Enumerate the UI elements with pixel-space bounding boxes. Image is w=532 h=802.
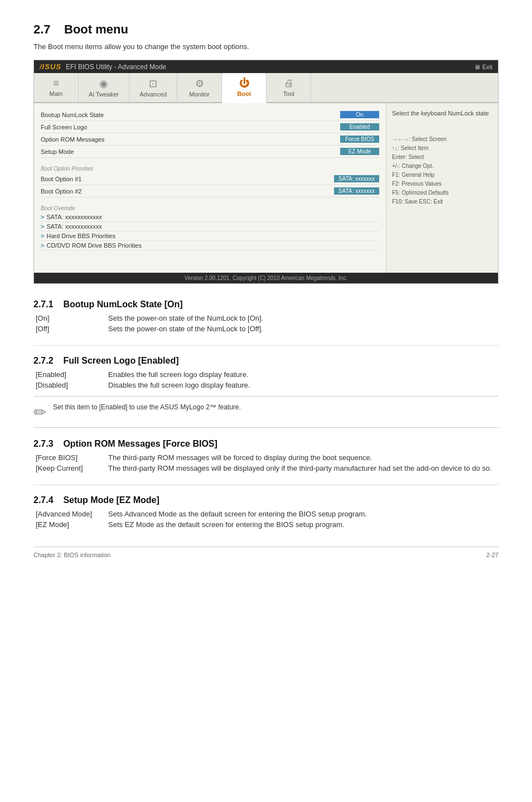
numlock-value: On	[340, 111, 379, 118]
fullscreen-label: Full Screen Logo	[41, 124, 340, 131]
desc-disabled: Disables the full screen logo display fe…	[106, 380, 499, 390]
boot-option-2[interactable]: Boot Option #2 SATA: xxxxxxx	[41, 185, 379, 197]
arrow-icon-2: >	[41, 223, 44, 230]
bios-ui: /ISUS EFI BIOS Utility - Advanced Mode 🖥…	[33, 60, 499, 284]
main-icon: ≡	[53, 78, 59, 89]
advanced-icon: ⊡	[149, 78, 157, 90]
table-row: [Off] Sets the power-on state of the Num…	[33, 323, 499, 334]
nav-advanced-label: Advanced	[139, 91, 167, 98]
subsection-2-7-4-table: [Advanced Mode] Sets Advanced Mode as th…	[33, 509, 499, 530]
key-enabled: [Enabled]	[33, 369, 106, 380]
boot-priorities-section: Boot Option Priorities Boot Option #1 SA…	[41, 162, 379, 197]
override-label-1: SATA: xxxxxxxxxxxx	[46, 214, 101, 220]
boot-priorities-label: Boot Option Priorities	[41, 162, 379, 173]
table-row: [EZ Mode] Sets EZ Mode as the default sc…	[33, 519, 499, 530]
boot-option-2-value: SATA: xxxxxxx	[334, 187, 379, 195]
table-row: [On] Sets the power-on state of the NumL…	[33, 313, 499, 323]
footer-right: 2-27	[486, 552, 499, 558]
numlock-label: Bootup NumLock State	[41, 112, 340, 118]
option-numlock[interactable]: Bootup NumLock State On	[41, 109, 379, 121]
key-advanced-mode: [Advanced Mode]	[33, 509, 106, 519]
subsection-2-7-4-title-text: Setup Mode [EZ Mode]	[63, 495, 159, 505]
desc-advanced-mode: Sets Advanced Mode as the default screen…	[106, 509, 499, 519]
nav-ai-tweaker-label: Ai Tweaker	[89, 91, 119, 98]
keybinding-7: F5: Optimized Defaults	[392, 189, 492, 197]
boot-option-1-value: SATA: xxxxxxx	[334, 175, 379, 182]
desc-keep-current: The third-party ROM messages will be dis…	[106, 463, 499, 474]
subsection-2-7-4-number: 2.7.4	[33, 495, 54, 505]
key-keep-current: [Keep Current]	[33, 463, 106, 474]
keybinding-5: F1: General Help	[392, 171, 492, 180]
key-off: [Off]	[33, 323, 106, 334]
monitor-icon: ⚙	[195, 78, 204, 90]
override-label-4: CD/DVD ROM Drive BBS Priorities	[46, 242, 142, 249]
asus-logo: /ISUS	[40, 62, 61, 71]
subsection-2-7-2-title: 2.7.2 Full Screen Logo [Enabled]	[33, 356, 499, 366]
override-item-4[interactable]: > CD/DVD ROM Drive BBS Priorities	[41, 241, 379, 250]
keybinding-8: F10: Save ESC: Exit	[392, 197, 492, 206]
nav-main[interactable]: ≡ Main	[34, 73, 79, 102]
boot-icon: ⏻	[239, 78, 249, 89]
exit-icon: 🖥	[474, 64, 480, 70]
nav-advanced[interactable]: ⊡ Advanced	[129, 73, 177, 102]
desc-enabled: Enables the full screen logo display fea…	[106, 369, 499, 380]
rom-messages-value: Force BIOS	[340, 136, 379, 143]
key-force-bios: [Force BIOS]	[33, 452, 106, 463]
nav-monitor[interactable]: ⚙ Monitor	[177, 73, 222, 102]
override-label-3: Hard Drive BBS Priorities	[46, 233, 115, 239]
arrow-icon-3: >	[41, 233, 44, 239]
option-fullscreen[interactable]: Full Screen Logo Enabled	[41, 121, 379, 133]
subsection-2-7-1-title: 2.7.1 Bootup NumLock State [On]	[33, 299, 499, 310]
note-text-2-7-2: Set this item to [Enabled] to use the AS…	[53, 402, 241, 412]
tool-icon: 🖨	[284, 78, 294, 89]
option-rom-messages[interactable]: Option ROM Messages Force BIOS	[41, 133, 379, 146]
subsection-2-7-2-number: 2.7.2	[33, 356, 54, 365]
keybinding-2: ↑↓: Select Item	[392, 144, 492, 153]
bios-header: /ISUS EFI BIOS Utility - Advanced Mode 🖥…	[34, 60, 498, 73]
keybinding-6: F2: Previous Values	[392, 180, 492, 189]
subsection-2-7-1-table: [On] Sets the power-on state of the NumL…	[33, 313, 499, 334]
bios-keybindings: →←→: Select Screen ↑↓: Select Item Enter…	[392, 135, 492, 206]
bios-sidebar: Select the keyboard NumLock state →←→: S…	[386, 103, 498, 273]
subsection-2-7-2: 2.7.2 Full Screen Logo [Enabled] [Enable…	[33, 356, 499, 428]
setup-mode-label: Setup Mode	[41, 148, 340, 155]
desc-ez-mode: Sets EZ Mode as the default screen for e…	[106, 519, 499, 530]
divider-2	[33, 485, 499, 485]
section-title-text: Boot menu	[64, 22, 128, 36]
nav-main-label: Main	[50, 90, 63, 97]
nav-boot[interactable]: ⏻ Boot	[222, 73, 267, 103]
bios-exit-button[interactable]: 🖥 Exit	[474, 64, 492, 70]
keybinding-1: →←→: Select Screen	[392, 135, 492, 144]
subsection-2-7-4: 2.7.4 Setup Mode [EZ Mode] [Advanced Mod…	[33, 495, 499, 530]
nav-tool[interactable]: 🖨 Tool	[267, 73, 311, 102]
override-item-2[interactable]: > SATA: xxxxxxxxxxxx	[41, 222, 379, 231]
page-container: 2.7 Boot menu The Boot menu items allow …	[0, 0, 532, 581]
bios-nav: ≡ Main ◉ Ai Tweaker ⊡ Advanced ⚙ Monitor…	[34, 73, 498, 103]
override-label-2: SATA: xxxxxxxxxxxx	[46, 223, 101, 230]
table-row: [Force BIOS] The third-party ROM message…	[33, 452, 499, 463]
nav-ai-tweaker[interactable]: ◉ Ai Tweaker	[79, 73, 129, 102]
boot-option-1[interactable]: Boot Option #1 SATA: xxxxxxx	[41, 173, 379, 185]
bios-main-panel: Bootup NumLock State On Full Screen Logo…	[34, 103, 386, 273]
nav-boot-label: Boot	[237, 90, 251, 97]
bios-help-text: Select the keyboard NumLock state	[392, 109, 492, 118]
exit-label: Exit	[482, 64, 492, 70]
keybinding-3: Enter: Select	[392, 153, 492, 162]
bios-header-left: /ISUS EFI BIOS Utility - Advanced Mode	[40, 62, 166, 71]
footer-left: Chapter 2: BIOS information	[33, 552, 110, 558]
option-setup-mode[interactable]: Setup Mode EZ Mode	[41, 146, 379, 158]
subsection-2-7-1-number: 2.7.1	[33, 299, 54, 309]
override-item-1[interactable]: > SATA: xxxxxxxxxxxx	[41, 212, 379, 222]
subsection-2-7-3: 2.7.3 Option ROM Messages [Force BIOS] […	[33, 439, 499, 474]
subsection-2-7-3-table: [Force BIOS] The third-party ROM message…	[33, 452, 499, 474]
section-description: The Boot menu items allow you to change …	[33, 42, 499, 51]
nav-tool-label: Tool	[283, 90, 294, 97]
bios-footer: Version 2.00.1201. Copyright (C) 2010 Am…	[34, 273, 498, 283]
desc-on: Sets the power-on state of the NumLock t…	[106, 313, 499, 323]
page-footer: Chapter 2: BIOS information 2-27	[33, 547, 499, 558]
subsection-2-7-1-title-text: Bootup NumLock State [On]	[63, 299, 182, 309]
override-item-3[interactable]: > Hard Drive BBS Priorities	[41, 231, 379, 241]
rom-messages-label: Option ROM Messages	[41, 136, 340, 143]
note-pencil-icon: ✏	[33, 403, 46, 422]
table-row: [Disabled] Disables the full screen logo…	[33, 380, 499, 390]
